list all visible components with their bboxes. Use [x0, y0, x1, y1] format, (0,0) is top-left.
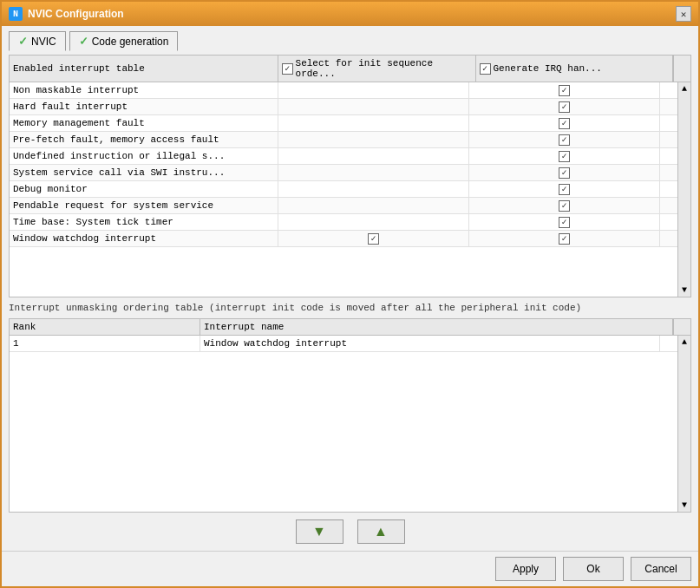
- nvic-config-window: N NVIC Configuration ✕ ✓ NVIC ✓ Code gen…: [0, 0, 700, 588]
- table-row: Memory management fault: [10, 115, 677, 132]
- header-init-seq-label: Select for init sequence orde...: [296, 58, 472, 79]
- row-irq[interactable]: [469, 165, 660, 180]
- row-irq-cb[interactable]: [559, 118, 570, 129]
- row-init-seq[interactable]: [278, 148, 469, 164]
- row-name: Pre-fetch fault, memory access fault: [10, 132, 278, 147]
- row-name: Hard fault interrupt: [10, 99, 278, 114]
- row-init-seq[interactable]: [278, 231, 469, 246]
- tab-code-generation-label: Code generation: [92, 36, 169, 48]
- row-init-seq[interactable]: [278, 198, 469, 213]
- row-irq[interactable]: [469, 214, 660, 230]
- table-row: 1 Window watchdog interrupt: [10, 336, 677, 352]
- row-init-seq[interactable]: [278, 132, 469, 147]
- row-init-cb[interactable]: [368, 233, 379, 245]
- tab-nvic[interactable]: ✓ NVIC: [9, 31, 66, 51]
- bottom-scroll-up-arrow[interactable]: ▲: [682, 337, 687, 347]
- bottom-table-body-container: 1 Window watchdog interrupt ▲ ▼: [10, 336, 690, 512]
- row-irq[interactable]: [469, 115, 660, 131]
- top-table-body: Non maskable interrupt Hard fault interr…: [10, 82, 677, 297]
- row-irq-cb[interactable]: [559, 151, 570, 162]
- header-irq-label: Generate IRQ han...: [494, 63, 602, 74]
- row-name: Pendable request for system service: [10, 198, 278, 213]
- header-interrupt-name: Interrupt name: [200, 319, 673, 335]
- row-irq-cb[interactable]: [559, 134, 570, 146]
- arrow-up-icon: ▲: [374, 524, 388, 539]
- interrupt-ordering-table: Rank Interrupt name 1 Window watchdog in…: [9, 318, 691, 513]
- titlebar-left: N NVIC Configuration: [9, 7, 124, 21]
- scroll-down-arrow[interactable]: ▼: [682, 285, 687, 295]
- titlebar: N NVIC Configuration ✕: [2, 2, 698, 26]
- scroll-up-arrow[interactable]: ▲: [682, 84, 687, 94]
- row-init-seq[interactable]: [278, 165, 469, 180]
- apply-button[interactable]: Apply: [495, 557, 556, 581]
- row-name: Undefined instruction or illegal s...: [10, 148, 278, 164]
- top-table-scrollbar[interactable]: ▲ ▼: [677, 82, 690, 297]
- app-icon-letter: N: [13, 10, 18, 19]
- interrupt-name-cell: Window watchdog interrupt: [200, 336, 660, 351]
- rank-cell: 1: [10, 336, 200, 351]
- row-irq[interactable]: [469, 132, 660, 147]
- row-name: Non maskable interrupt: [10, 82, 278, 98]
- header-init-seq[interactable]: Select for init sequence orde...: [278, 56, 476, 82]
- window-title: NVIC Configuration: [28, 8, 124, 20]
- top-table-header: Enabled interrupt table Select for init …: [10, 56, 690, 82]
- row-irq[interactable]: [469, 181, 660, 197]
- enabled-interrupt-table: Enabled interrupt table Select for init …: [9, 55, 691, 297]
- table-row: System service call via SWI instru...: [10, 165, 677, 181]
- row-irq[interactable]: [469, 99, 660, 114]
- header-irq-han[interactable]: Generate IRQ han...: [476, 56, 674, 82]
- code-gen-check-icon: ✓: [79, 35, 88, 48]
- app-icon: N: [9, 7, 23, 21]
- row-name: Time base: System tick timer: [10, 214, 278, 230]
- row-name: Debug monitor: [10, 181, 278, 197]
- row-init-seq[interactable]: [278, 214, 469, 230]
- content-area: Enabled interrupt table Select for init …: [2, 51, 698, 551]
- table-row: Non maskable interrupt: [10, 82, 677, 99]
- ok-button[interactable]: Ok: [563, 557, 624, 581]
- interrupt-unmasking-label: Interrupt unmasking ordering table (inte…: [9, 301, 691, 315]
- row-irq-cb[interactable]: [559, 184, 570, 195]
- row-init-seq[interactable]: [278, 181, 469, 197]
- row-irq-cb[interactable]: [559, 101, 570, 113]
- header-irq-checkbox[interactable]: [480, 63, 491, 75]
- tab-code-generation[interactable]: ✓ Code generation: [69, 31, 179, 51]
- tab-nvic-label: NVIC: [31, 36, 56, 48]
- row-irq[interactable]: [469, 148, 660, 164]
- row-init-seq[interactable]: [278, 115, 469, 131]
- row-irq-cb[interactable]: [559, 233, 570, 245]
- row-name: Window watchdog interrupt: [10, 231, 278, 246]
- row-init-seq[interactable]: [278, 82, 469, 98]
- top-table-body-container: Non maskable interrupt Hard fault interr…: [10, 82, 690, 297]
- table-row: Undefined instruction or illegal s...: [10, 148, 677, 165]
- arrow-buttons-row: ▼ ▲: [9, 516, 691, 547]
- tabs-area: ✓ NVIC ✓ Code generation: [2, 26, 698, 51]
- bottom-header-scrollbar: [673, 319, 690, 335]
- action-buttons-row: Apply Ok Cancel: [2, 551, 698, 586]
- row-irq-cb[interactable]: [559, 167, 570, 179]
- table-row: Time base: System tick timer: [10, 214, 677, 231]
- bottom-scroll-down-arrow[interactable]: ▼: [682, 500, 687, 510]
- bottom-table-scrollbar[interactable]: ▲ ▼: [677, 336, 690, 512]
- row-irq[interactable]: [469, 82, 660, 98]
- move-down-button[interactable]: ▼: [296, 519, 343, 544]
- cancel-button[interactable]: Cancel: [631, 557, 691, 581]
- row-irq[interactable]: [469, 231, 660, 246]
- table-row: Pre-fetch fault, memory access fault: [10, 132, 677, 148]
- header-enabled-label: Enabled interrupt table: [13, 63, 145, 74]
- row-name: Memory management fault: [10, 115, 278, 131]
- row-init-seq[interactable]: [278, 99, 469, 114]
- row-irq[interactable]: [469, 198, 660, 213]
- move-up-button[interactable]: ▲: [357, 519, 405, 544]
- table-row: Hard fault interrupt: [10, 99, 677, 115]
- nvic-check-icon: ✓: [18, 35, 28, 48]
- table-row: Pendable request for system service: [10, 198, 677, 214]
- header-init-seq-checkbox[interactable]: [282, 63, 293, 75]
- row-irq-cb[interactable]: [559, 217, 570, 228]
- header-scrollbar: [673, 56, 690, 82]
- close-button[interactable]: ✕: [676, 6, 691, 22]
- row-irq-cb[interactable]: [559, 85, 570, 96]
- row-irq-cb[interactable]: [559, 200, 570, 212]
- row-name: System service call via SWI instru...: [10, 165, 278, 180]
- table-row: Debug monitor: [10, 181, 677, 198]
- bottom-table-body: 1 Window watchdog interrupt: [10, 336, 677, 512]
